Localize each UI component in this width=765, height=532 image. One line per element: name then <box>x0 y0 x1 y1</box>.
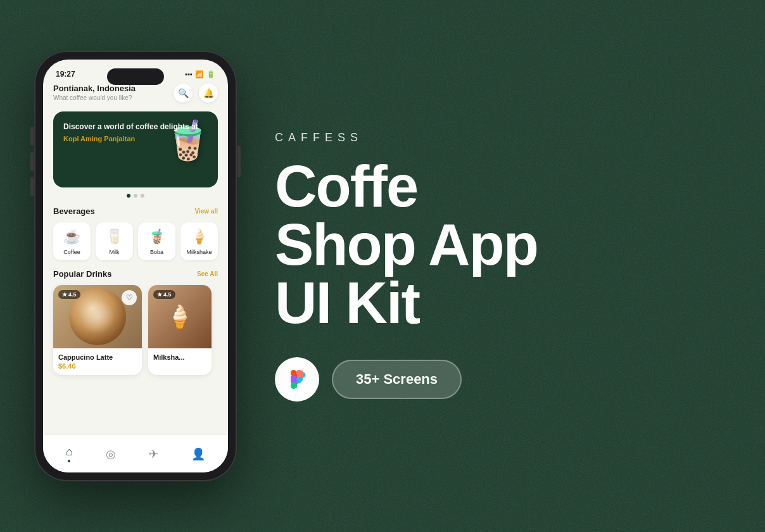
cappucino-rating: ★ 4.5 <box>58 290 80 299</box>
hero-title: Coffe Shop App UI Kit <box>275 157 731 332</box>
power-button <box>237 146 241 177</box>
dot-2 <box>134 194 137 198</box>
beverages-grid: ☕ Coffee 🥛 Milk 🧋 Boba 🍦 <box>53 222 218 260</box>
orders-icon: ✈ <box>149 447 158 461</box>
phone-screen: 19:27 ▪▪▪ 📶 🔋 Pontianak, Indonesia What … <box>43 60 228 472</box>
phone-frame: 19:27 ▪▪▪ 📶 🔋 Pontianak, Indonesia What … <box>34 51 237 481</box>
milk-icon: 🥛 <box>106 227 123 246</box>
location-info: Pontianak, Indonesia What coffee would y… <box>53 84 136 101</box>
cappucino-latte-image: ★ 4.5 ♡ <box>53 285 142 348</box>
search-button[interactable]: 🔍 <box>174 84 193 103</box>
figma-icon <box>285 367 309 391</box>
svg-rect-6 <box>291 370 296 376</box>
milk-label: Milk <box>110 249 120 255</box>
banner-text: Discover a world of coffee delights at K… <box>63 122 208 142</box>
nav-home[interactable]: ⌂ <box>66 445 73 462</box>
hero-line3: UI Kit <box>275 270 419 335</box>
app-header: Pontianak, Indonesia What coffee would y… <box>53 84 218 103</box>
boba-label: Boba <box>150 249 163 255</box>
boba-icon: 🧋 <box>148 227 165 246</box>
view-all-beverages-link[interactable]: View all <box>194 208 218 215</box>
cappucino-price: $6.40 <box>58 362 137 370</box>
hero-line2: Shop App <box>275 212 538 277</box>
milkshake-image: 🍦 ★ 4.5 <box>148 285 212 348</box>
beverages-section-header: Beverages View all <box>53 206 218 216</box>
svg-rect-10 <box>291 383 296 389</box>
coffee-label: Coffee <box>63 249 80 255</box>
popular-drinks-grid: ★ 4.5 ♡ Cappucino Latte $6.40 <box>53 285 218 375</box>
nav-profile[interactable]: 👤 <box>191 447 205 461</box>
banner-dots <box>53 194 218 198</box>
bell-icon: 🔔 <box>203 88 214 98</box>
main-container: 19:27 ▪▪▪ 📶 🔋 Pontianak, Indonesia What … <box>34 25 731 507</box>
phone-mockup: 19:27 ▪▪▪ 📶 🔋 Pontianak, Indonesia What … <box>34 51 237 481</box>
milkshake-info: Milksha... <box>148 348 212 367</box>
right-content: CAFFESS Coffe Shop App UI Kit <box>275 131 731 402</box>
profile-icon: 👤 <box>191 447 205 461</box>
banner-highlight: Kopi Aming Panjaitan <box>63 135 208 142</box>
svg-rect-7 <box>296 370 302 376</box>
nav-orders[interactable]: ✈ <box>149 447 158 461</box>
dot-3 <box>141 194 144 198</box>
status-time: 19:27 <box>56 70 75 79</box>
svg-rect-8 <box>291 376 296 383</box>
cappucino-favorite-button[interactable]: ♡ <box>122 290 137 305</box>
notification-button[interactable]: 🔔 <box>199 84 218 103</box>
bottom-badges: 35+ Screens <box>275 357 731 402</box>
bottom-nav: ⌂ ◎ ✈ 👤 <box>43 434 228 472</box>
figma-badge <box>275 357 319 402</box>
wifi-icon: 📶 <box>195 70 204 79</box>
dynamic-island <box>107 68 164 85</box>
milkshake-card-partial[interactable]: 🍦 ★ 4.5 Milksha... <box>148 285 212 375</box>
milkshake-name: Milksha... <box>153 353 206 361</box>
status-icons: ▪▪▪ 📶 🔋 <box>185 70 215 79</box>
milkshake-label: Milkshake <box>186 249 212 255</box>
search-icon: 🔍 <box>178 88 189 98</box>
screen-content: Pontianak, Indonesia What coffee would y… <box>43 84 228 375</box>
see-all-popular-link[interactable]: See All <box>197 270 218 277</box>
screens-badge: 35+ Screens <box>332 360 462 399</box>
silent-button <box>30 177 34 196</box>
beverage-coffee[interactable]: ☕ Coffee <box>53 222 91 260</box>
popular-section-header: Popular Drinks See All <box>53 269 218 279</box>
volume-up-button <box>30 127 34 146</box>
banner-title: Discover a world of coffee delights at <box>63 122 208 132</box>
home-icon: ⌂ <box>66 445 73 459</box>
cappucino-latte-card[interactable]: ★ 4.5 ♡ Cappucino Latte $6.40 <box>53 285 142 375</box>
cappucino-info: Cappucino Latte $6.40 <box>53 348 142 375</box>
location-subtitle: What coffee would you like? <box>53 94 136 101</box>
beverage-milk[interactable]: 🥛 Milk <box>96 222 133 260</box>
location-city: Pontianak, Indonesia <box>53 84 136 93</box>
nav-explore[interactable]: ◎ <box>106 447 116 461</box>
signal-icon: ▪▪▪ <box>185 70 193 78</box>
promo-banner[interactable]: Discover a world of coffee delights at K… <box>53 111 218 187</box>
beverage-milkshake[interactable]: 🍦 Milkshake <box>180 222 218 260</box>
hero-line1: Coffe <box>275 154 417 218</box>
compass-icon: ◎ <box>106 447 116 461</box>
beverages-title: Beverages <box>53 206 95 216</box>
battery-icon: 🔋 <box>206 70 215 79</box>
star-icon-2: ★ <box>157 291 162 298</box>
beverage-boba[interactable]: 🧋 Boba <box>138 222 175 260</box>
header-icons: 🔍 🔔 <box>174 84 218 103</box>
cappucino-name: Cappucino Latte <box>58 353 137 361</box>
dot-1 <box>127 194 130 198</box>
popular-title: Popular Drinks <box>53 269 111 279</box>
milkshake-emoji: 🍦 <box>166 304 194 330</box>
milkshake-rating: ★ 4.5 <box>153 290 175 299</box>
nav-active-dot <box>68 460 70 462</box>
svg-point-9 <box>296 376 302 382</box>
screens-label: 35+ Screens <box>356 371 438 387</box>
star-icon: ★ <box>62 291 67 298</box>
volume-down-button <box>30 152 34 171</box>
coffee-icon: ☕ <box>63 227 80 246</box>
brand-name: CAFFESS <box>275 131 731 144</box>
milkshake-icon: 🍦 <box>191 227 208 246</box>
